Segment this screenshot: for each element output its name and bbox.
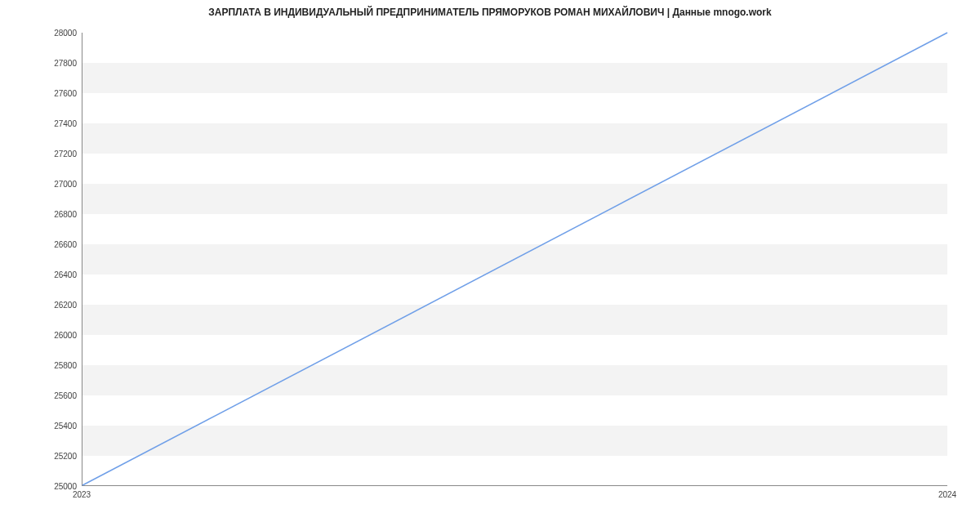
- y-tick-label: 27200: [3, 149, 77, 158]
- y-tick-label: 26800: [3, 210, 77, 219]
- y-tick-label: 27000: [3, 180, 77, 189]
- y-tick-label: 25000: [3, 482, 77, 491]
- y-tick-label: 27400: [3, 119, 77, 128]
- line-series: [82, 33, 947, 485]
- y-tick-label: 26000: [3, 331, 77, 340]
- series-line: [82, 33, 947, 485]
- y-tick-label: 27800: [3, 59, 77, 68]
- y-tick-label: 28000: [3, 29, 77, 38]
- x-tick-label: 2024: [938, 490, 956, 499]
- chart-title: ЗАРПЛАТА В ИНДИВИДУАЛЬНЫЙ ПРЕДПРИНИМАТЕЛ…: [0, 7, 980, 18]
- plot-area: [82, 33, 947, 486]
- y-tick-label: 25600: [3, 391, 77, 400]
- y-tick-label: 25400: [3, 422, 77, 431]
- y-tick-label: 26600: [3, 240, 77, 249]
- y-tick-label: 25200: [3, 452, 77, 461]
- salary-chart: ЗАРПЛАТА В ИНДИВИДУАЛЬНЫЙ ПРЕДПРИНИМАТЕЛ…: [0, 0, 980, 531]
- y-tick-label: 26200: [3, 301, 77, 310]
- y-tick-label: 27600: [3, 89, 77, 98]
- x-tick-label: 2023: [73, 490, 91, 499]
- y-tick-label: 25800: [3, 361, 77, 370]
- y-tick-label: 26400: [3, 270, 77, 279]
